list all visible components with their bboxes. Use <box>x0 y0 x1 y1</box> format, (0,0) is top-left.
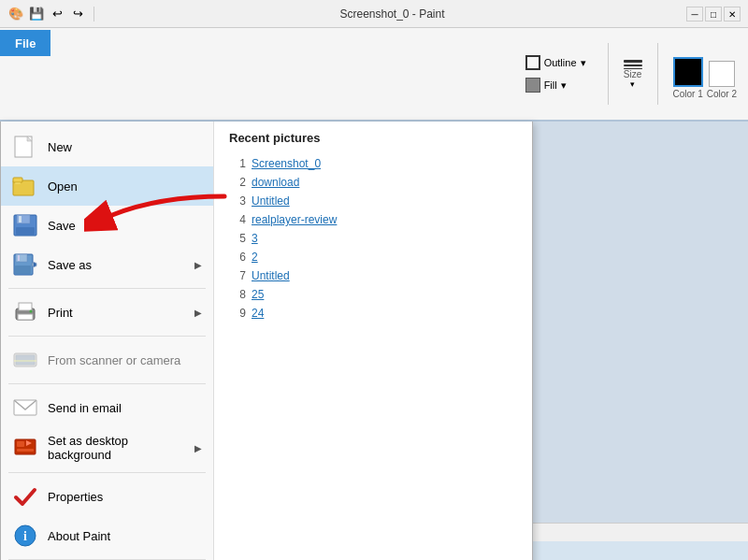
svg-rect-21 <box>14 360 36 362</box>
svg-rect-16 <box>19 303 32 310</box>
recent-item-name: 3 <box>252 232 258 245</box>
desktop-label: Set as desktop background <box>48 434 185 462</box>
redo-icon[interactable]: ↪ <box>69 6 86 22</box>
outline-icon <box>525 55 540 70</box>
menu-item-new[interactable]: New <box>1 127 213 166</box>
recent-item-name: realplayer-review <box>252 213 337 226</box>
properties-icon <box>12 483 38 510</box>
open-icon <box>12 173 38 199</box>
close-button[interactable]: ✕ <box>724 7 741 22</box>
file-menu-overlay: New Open <box>0 122 748 541</box>
menu-item-open[interactable]: Open <box>1 166 213 206</box>
menu-item-desktop[interactable]: Set as desktop background ▶ <box>1 427 213 468</box>
recent-list-item[interactable]: 6 2 <box>229 248 517 266</box>
menu-right-panel: Recent pictures 1 Screenshot_0 2 downloa… <box>214 122 532 560</box>
menu-sep-1 <box>8 288 206 289</box>
menu-item-print[interactable]: Print ▶ <box>1 293 213 332</box>
color1-group: Color 1 <box>673 57 703 99</box>
color2-swatch[interactable] <box>709 61 735 87</box>
svg-rect-12 <box>15 266 31 274</box>
recent-item-name: Untitled <box>252 269 290 282</box>
recent-list-item[interactable]: 1 Screenshot_0 <box>229 154 517 173</box>
menu-item-save[interactable]: Save <box>1 206 213 245</box>
svg-rect-17 <box>18 314 33 320</box>
recent-list-item[interactable]: 3 Untitled <box>229 192 517 210</box>
save-as-label: Save as <box>48 258 185 272</box>
recent-item-name: 25 <box>252 288 264 301</box>
size-group: Size ▾ <box>624 60 642 89</box>
recent-item-number: 4 <box>233 213 246 226</box>
recent-item-number: 1 <box>233 157 246 170</box>
color1-swatch[interactable] <box>673 57 703 87</box>
menu-item-properties[interactable]: Properties <box>1 477 213 516</box>
maximize-button[interactable]: □ <box>705 7 722 22</box>
menu-left-panel: New Open <box>1 122 214 560</box>
recent-item-name: Screenshot_0 <box>252 157 321 170</box>
menu-sep-2 <box>8 336 206 337</box>
main-area: New Open <box>0 122 748 541</box>
colors-section: Color 1 Color 2 <box>673 50 738 99</box>
line-thick <box>624 60 642 63</box>
tb-separator <box>94 7 94 22</box>
menu-item-save-as[interactable]: Save as ▶ <box>1 245 213 284</box>
color2-group: Color 2 <box>707 57 737 99</box>
paint-app-icon: 🎨 <box>7 6 24 22</box>
recent-list-item[interactable]: 2 download <box>229 173 517 192</box>
menu-item-about[interactable]: i About Paint <box>1 516 213 555</box>
recent-item-number: 9 <box>233 307 246 320</box>
print-label: Print <box>48 306 185 320</box>
file-tab[interactable]: File <box>0 30 50 56</box>
recent-item-number: 5 <box>233 232 246 245</box>
recent-item-name: Untitled <box>252 194 290 208</box>
title-bar: 🎨 💾 ↩ ↪ Screenshot_0 - Paint ─ □ ✕ <box>0 0 748 28</box>
window-title: Screenshot_0 - Paint <box>98 7 686 21</box>
size-label: Size <box>624 69 641 79</box>
recent-item-name: 24 <box>252 307 264 320</box>
save-label: Save <box>48 219 202 233</box>
save-quick-icon[interactable]: 💾 <box>28 6 45 22</box>
recent-list-item[interactable]: 4 realplayer-review <box>229 210 517 229</box>
about-label: About Paint <box>48 529 202 543</box>
svg-rect-8 <box>16 227 35 235</box>
scanner-icon <box>12 347 38 373</box>
color1-label: Color 1 <box>673 89 703 99</box>
svg-rect-25 <box>17 449 34 452</box>
save-icon <box>12 212 38 238</box>
save-as-arrow: ▶ <box>194 260 202 270</box>
menu-item-scanner[interactable]: From scanner or camera <box>1 340 213 380</box>
minimize-button[interactable]: ─ <box>686 7 703 22</box>
recent-item-number: 2 <box>233 176 246 189</box>
fill-button[interactable]: Fill ▾ <box>519 75 593 95</box>
ribbon: File Outline ▾ Fill ▾ Size ▾ <box>0 28 748 122</box>
recent-list-item[interactable]: 9 24 <box>229 304 517 323</box>
recent-item-number: 6 <box>233 251 246 264</box>
menu-sep-3 <box>8 383 206 384</box>
window-controls: ─ □ ✕ <box>686 7 741 22</box>
svg-rect-10 <box>16 254 27 262</box>
svg-rect-4 <box>15 182 21 184</box>
undo-icon[interactable]: ↩ <box>49 6 65 22</box>
properties-label: Properties <box>48 490 202 504</box>
outline-fill-group: Outline ▾ Fill ▾ <box>519 52 593 95</box>
scanner-label: From scanner or camera <box>48 353 202 367</box>
new-icon <box>12 134 38 160</box>
recent-item-number: 7 <box>233 269 246 282</box>
size-lines-icon <box>624 60 642 69</box>
svg-rect-11 <box>18 255 20 261</box>
recent-item-name: 2 <box>252 251 258 264</box>
recent-item-number: 8 <box>233 288 246 301</box>
desktop-icon <box>12 435 38 461</box>
recent-list-item[interactable]: 8 25 <box>229 285 517 304</box>
recent-list-item[interactable]: 5 3 <box>229 229 517 248</box>
fill-dropdown-icon: ▾ <box>561 79 567 92</box>
outline-dropdown-icon: ▾ <box>581 57 586 69</box>
menu-sep-4 <box>8 472 206 473</box>
quick-access-toolbar: 🎨 💾 ↩ ↪ <box>7 6 98 22</box>
menu-item-email[interactable]: Send in email <box>1 388 213 427</box>
outline-button[interactable]: Outline ▾ <box>519 52 593 73</box>
recent-list-item[interactable]: 7 Untitled <box>229 266 517 285</box>
ribbon-sep-2 <box>657 43 658 105</box>
about-icon: i <box>12 523 38 549</box>
desktop-arrow: ▶ <box>194 443 202 453</box>
svg-point-18 <box>30 310 33 313</box>
